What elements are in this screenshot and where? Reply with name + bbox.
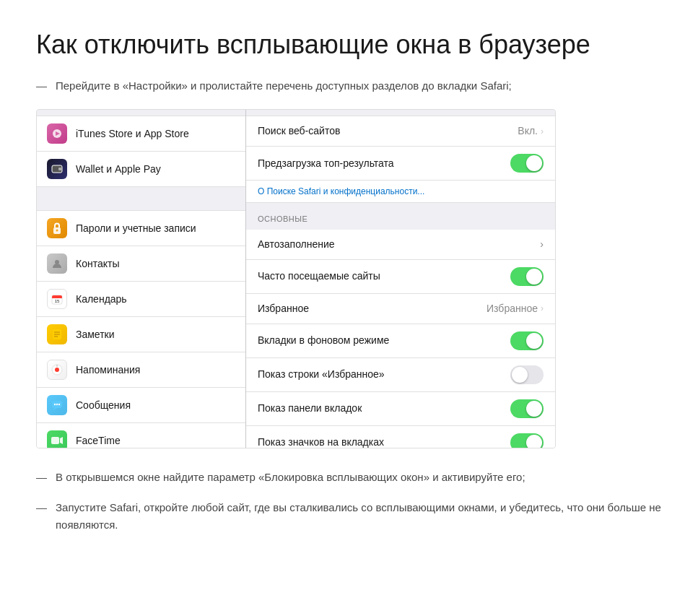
calendar-label: Календарь (76, 292, 127, 307)
wallet-label: Wallet и Apple Pay (76, 162, 161, 177)
autofill-label: Автозаполнение (258, 237, 335, 252)
show-fav-label: Показ строки «Избранное» (258, 367, 385, 382)
svg-point-20 (54, 404, 56, 405)
bg-tabs-toggle[interactable] (510, 331, 544, 350)
facetime-icon (47, 430, 67, 448)
show-tabs-toggle[interactable] (510, 399, 544, 418)
settings-screenshot: iTunes Store и App Store Wallet и Apple … (36, 109, 556, 448)
svg-text:15: 15 (55, 299, 60, 303)
passwords-icon (47, 218, 67, 238)
sidebar-item-wallet[interactable]: Wallet и Apple Pay (37, 152, 245, 187)
show-tabs-row[interactable]: Показ панели вкладок (246, 392, 555, 426)
favorites-value: Избранное › (487, 301, 544, 316)
preload-row[interactable]: Предзагрузка топ-результата (246, 147, 555, 181)
svg-point-22 (58, 404, 60, 405)
preload-label: Предзагрузка топ-результата (258, 156, 394, 171)
show-fav-toggle[interactable] (510, 365, 544, 384)
bullet-2: — В открывшемся окне найдите параметр «Б… (36, 469, 662, 486)
show-fav-row[interactable]: Показ строки «Избранное» (246, 358, 555, 392)
page-title: Как отключить всплывающие окна в браузер… (36, 29, 662, 60)
svg-point-21 (56, 404, 58, 405)
reminders-label: Напоминания (76, 363, 140, 378)
sidebar-item-itunes[interactable]: iTunes Store и App Store (37, 116, 245, 152)
bullet-text-1: Перейдите в «Настройки» и пролистайте пе… (56, 77, 512, 95)
section-main-header: ОСНОВНЫЕ (246, 203, 555, 230)
favorites-chevron: › (541, 302, 544, 315)
sidebar-item-passwords[interactable]: Пароли и учетные записи (37, 210, 245, 246)
calendar-icon: 15 (47, 289, 67, 309)
svg-rect-3 (58, 168, 62, 170)
bullet-3: — Запустите Safari, откройте любой сайт,… (36, 499, 662, 534)
bullet-dash-3: — (36, 499, 47, 534)
show-icons-toggle[interactable] (510, 433, 544, 448)
bg-tabs-label: Вкладки в фоновом режиме (258, 333, 389, 348)
bullet-dash-1: — (36, 77, 47, 95)
frequent-row[interactable]: Часто посещаемые сайты (246, 260, 555, 294)
sidebar-item-messages[interactable]: Сообщения (37, 388, 245, 423)
itunes-label: iTunes Store и App Store (76, 126, 189, 142)
show-icons-row[interactable]: Показ значков на вкладках (246, 426, 555, 448)
settings-group-2: Пароли и учетные записи Контакты (37, 210, 245, 448)
sidebar-item-contacts[interactable]: Контакты (37, 246, 245, 282)
frequent-label: Часто посещаемые сайты (258, 269, 380, 284)
bullet-dash-2: — (36, 469, 47, 486)
bullet-text-2: В открывшемся окне найдите параметр «Бло… (56, 469, 525, 486)
svg-point-5 (56, 230, 58, 232)
itunes-icon (47, 123, 67, 144)
search-label: Поиск веб-сайтов (258, 123, 340, 139)
settings-sidebar: iTunes Store и App Store Wallet и Apple … (37, 110, 246, 448)
contacts-label: Контакты (76, 256, 119, 272)
show-icons-label: Показ значков на вкладках (258, 435, 384, 448)
svg-rect-9 (52, 298, 62, 298)
passwords-label: Пароли и учетные записи (76, 221, 196, 236)
notes-icon (47, 324, 67, 344)
sidebar-item-reminders[interactable]: Напоминания (37, 352, 245, 388)
settings-content: Поиск веб-сайтов Вкл. › Предзагрузка топ… (246, 110, 555, 448)
bg-tabs-row[interactable]: Вкладки в фоновом режиме (246, 324, 555, 358)
reminders-icon (47, 360, 67, 380)
favorites-label: Избранное (258, 301, 309, 316)
settings-group-1: iTunes Store и App Store Wallet и Apple … (37, 116, 245, 187)
preload-toggle[interactable] (510, 154, 544, 173)
sidebar-separator-1 (37, 190, 245, 210)
privacy-link[interactable]: О Поиске Safari и конфиденциальности... (246, 181, 555, 203)
search-value: Вкл. › (518, 123, 544, 139)
contacts-icon (47, 253, 67, 274)
bullet-text-3: Запустите Safari, откройте любой сайт, г… (56, 499, 662, 534)
sidebar-item-notes[interactable]: Заметки (37, 317, 245, 352)
svg-rect-23 (51, 437, 59, 444)
svg-marker-19 (53, 408, 57, 410)
wallet-icon (47, 159, 67, 179)
bullet-1: — Перейдите в «Настройки» и пролистайте … (36, 77, 662, 95)
search-chevron: › (541, 125, 544, 138)
messages-icon (47, 395, 67, 415)
frequent-toggle[interactable] (510, 267, 544, 286)
favorites-row[interactable]: Избранное Избранное › (246, 294, 555, 324)
notes-label: Заметки (76, 327, 115, 342)
svg-point-16 (55, 368, 59, 372)
show-tabs-label: Показ панели вкладок (258, 401, 362, 416)
svg-marker-24 (60, 437, 63, 444)
sidebar-item-facetime[interactable]: FaceTime (37, 423, 245, 448)
autofill-chevron: › (540, 237, 544, 252)
messages-label: Сообщения (76, 398, 131, 413)
sidebar-item-calendar[interactable]: 15 Календарь (37, 282, 245, 317)
autofill-row[interactable]: Автозаполнение › (246, 230, 555, 260)
search-row[interactable]: Поиск веб-сайтов Вкл. › (246, 116, 555, 147)
facetime-label: FaceTime (76, 433, 121, 448)
